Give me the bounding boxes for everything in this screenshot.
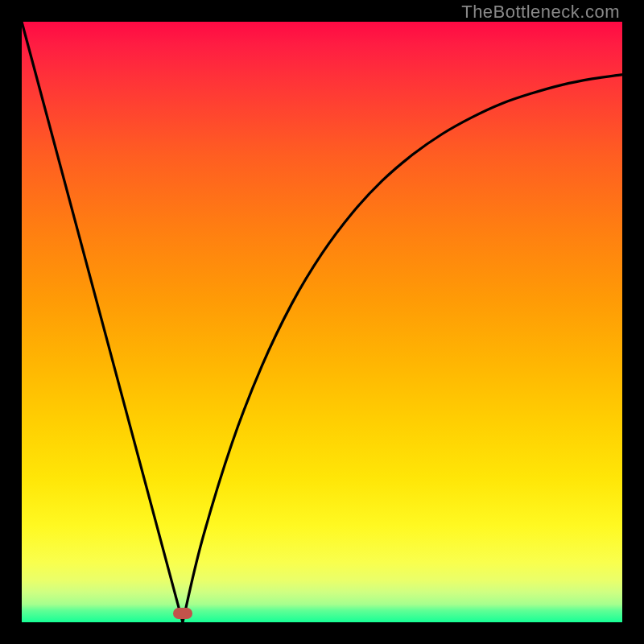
- chart-stage: TheBottleneck.com: [0, 0, 644, 644]
- watermark-text: TheBottleneck.com: [461, 2, 620, 23]
- bottleneck-curve: [0, 0, 644, 644]
- optimal-marker: [173, 608, 192, 619]
- svg-line-0: [22, 22, 183, 622]
